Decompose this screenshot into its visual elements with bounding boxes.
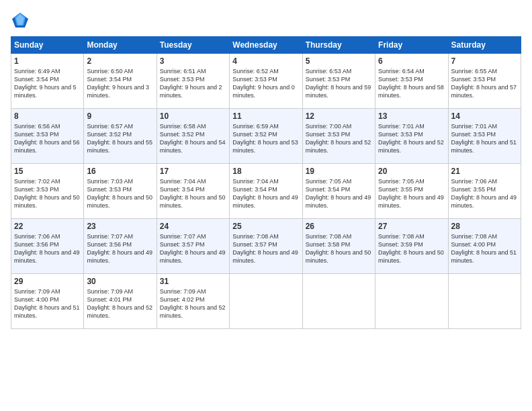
- calendar-cell: 17 Sunrise: 7:04 AMSunset: 3:54 PMDaylig…: [157, 164, 229, 219]
- calendar-week-2: 8 Sunrise: 6:56 AMSunset: 3:53 PMDayligh…: [11, 109, 521, 164]
- cell-content: Sunrise: 7:07 AMSunset: 3:57 PMDaylight:…: [160, 232, 226, 265]
- day-number: 10: [160, 111, 226, 121]
- day-number: 25: [232, 222, 299, 231]
- calendar-cell: 15 Sunrise: 7:02 AMSunset: 3:53 PMDaylig…: [11, 164, 84, 219]
- day-number: 19: [306, 167, 372, 176]
- cell-content: Sunrise: 6:50 AMSunset: 3:54 PMDaylight:…: [87, 67, 153, 100]
- calendar-cell: 13 Sunrise: 7:01 AMSunset: 3:53 PMDaylig…: [375, 109, 448, 164]
- cell-content: Sunrise: 6:56 AMSunset: 3:53 PMDaylight:…: [14, 122, 81, 155]
- cell-content: Sunrise: 7:04 AMSunset: 3:54 PMDaylight:…: [232, 177, 299, 210]
- col-sunday: Sunday: [11, 37, 84, 54]
- day-number: 15: [14, 167, 81, 176]
- calendar-cell: 25 Sunrise: 7:08 AMSunset: 3:57 PMDaylig…: [230, 219, 302, 274]
- calendar-cell: 4 Sunrise: 6:52 AMSunset: 3:53 PMDayligh…: [230, 54, 302, 109]
- calendar-cell: 27 Sunrise: 7:08 AMSunset: 3:59 PMDaylig…: [375, 219, 448, 274]
- day-number: 24: [160, 222, 226, 231]
- day-number: 16: [87, 167, 153, 176]
- cell-content: Sunrise: 7:05 AMSunset: 3:55 PMDaylight:…: [378, 177, 445, 210]
- calendar-cell: 3 Sunrise: 6:51 AMSunset: 3:53 PMDayligh…: [157, 54, 229, 109]
- cell-content: Sunrise: 7:02 AMSunset: 3:53 PMDaylight:…: [14, 177, 81, 210]
- day-number: 5: [306, 56, 372, 66]
- day-number: 11: [232, 111, 299, 121]
- calendar-cell: 22 Sunrise: 7:06 AMSunset: 3:56 PMDaylig…: [11, 219, 84, 274]
- calendar-cell: 8 Sunrise: 6:56 AMSunset: 3:53 PMDayligh…: [11, 109, 84, 164]
- day-number: 21: [451, 167, 518, 176]
- cell-content: Sunrise: 7:06 AMSunset: 3:55 PMDaylight:…: [451, 177, 518, 210]
- calendar-cell: 7 Sunrise: 6:55 AMSunset: 3:53 PMDayligh…: [448, 54, 521, 109]
- calendar-cell: 29 Sunrise: 7:09 AMSunset: 4:00 PMDaylig…: [11, 274, 84, 329]
- day-number: 3: [160, 56, 226, 66]
- calendar-cell: 1 Sunrise: 6:49 AMSunset: 3:54 PMDayligh…: [11, 54, 84, 109]
- cell-content: Sunrise: 6:53 AMSunset: 3:53 PMDaylight:…: [306, 67, 372, 100]
- calendar-cell: [230, 274, 302, 329]
- cell-content: Sunrise: 7:00 AMSunset: 3:53 PMDaylight:…: [306, 122, 372, 155]
- calendar-cell: 28 Sunrise: 7:08 AMSunset: 4:00 PMDaylig…: [448, 219, 521, 274]
- day-number: 30: [87, 277, 153, 286]
- col-wednesday: Wednesday: [230, 37, 302, 54]
- header: [11, 11, 521, 30]
- day-number: 2: [87, 56, 153, 66]
- cell-content: Sunrise: 6:59 AMSunset: 3:52 PMDaylight:…: [232, 122, 299, 155]
- day-number: 20: [378, 167, 445, 176]
- col-monday: Monday: [84, 37, 157, 54]
- calendar-cell: 19 Sunrise: 7:05 AMSunset: 3:54 PMDaylig…: [302, 164, 375, 219]
- day-number: 9: [87, 111, 153, 121]
- calendar-week-1: 1 Sunrise: 6:49 AMSunset: 3:54 PMDayligh…: [11, 54, 521, 109]
- calendar-week-5: 29 Sunrise: 7:09 AMSunset: 4:00 PMDaylig…: [11, 274, 521, 329]
- day-number: 12: [306, 111, 372, 121]
- day-number: 28: [451, 222, 518, 231]
- day-number: 17: [160, 167, 226, 176]
- cell-content: Sunrise: 7:08 AMSunset: 3:59 PMDaylight:…: [378, 232, 445, 265]
- cell-content: Sunrise: 7:09 AMSunset: 4:01 PMDaylight:…: [87, 287, 153, 320]
- calendar-cell: [302, 274, 375, 329]
- calendar-cell: 23 Sunrise: 7:07 AMSunset: 3:56 PMDaylig…: [84, 219, 157, 274]
- logo: [11, 11, 32, 30]
- calendar-week-3: 15 Sunrise: 7:02 AMSunset: 3:53 PMDaylig…: [11, 164, 521, 219]
- cell-content: Sunrise: 7:01 AMSunset: 3:53 PMDaylight:…: [451, 122, 518, 155]
- day-number: 1: [14, 56, 81, 66]
- cell-content: Sunrise: 6:55 AMSunset: 3:53 PMDaylight:…: [451, 67, 518, 100]
- calendar-week-4: 22 Sunrise: 7:06 AMSunset: 3:56 PMDaylig…: [11, 219, 521, 274]
- calendar-cell: 31 Sunrise: 7:09 AMSunset: 4:02 PMDaylig…: [157, 274, 229, 329]
- calendar-cell: 5 Sunrise: 6:53 AMSunset: 3:53 PMDayligh…: [302, 54, 375, 109]
- cell-content: Sunrise: 6:49 AMSunset: 3:54 PMDaylight:…: [14, 67, 81, 100]
- calendar-cell: 14 Sunrise: 7:01 AMSunset: 3:53 PMDaylig…: [448, 109, 521, 164]
- cell-content: Sunrise: 7:06 AMSunset: 3:56 PMDaylight:…: [14, 232, 81, 265]
- day-number: 14: [451, 111, 518, 121]
- cell-content: Sunrise: 7:08 AMSunset: 3:58 PMDaylight:…: [306, 232, 372, 265]
- logo-icon: [11, 11, 30, 30]
- col-thursday: Thursday: [302, 37, 375, 54]
- col-friday: Friday: [375, 37, 448, 54]
- calendar-cell: [375, 274, 448, 329]
- cell-content: Sunrise: 6:52 AMSunset: 3:53 PMDaylight:…: [232, 67, 299, 100]
- calendar-cell: 21 Sunrise: 7:06 AMSunset: 3:55 PMDaylig…: [448, 164, 521, 219]
- calendar-cell: 12 Sunrise: 7:00 AMSunset: 3:53 PMDaylig…: [302, 109, 375, 164]
- day-number: 7: [451, 56, 518, 66]
- calendar-cell: 10 Sunrise: 6:58 AMSunset: 3:52 PMDaylig…: [157, 109, 229, 164]
- col-tuesday: Tuesday: [157, 37, 229, 54]
- calendar-cell: [448, 274, 521, 329]
- day-number: 18: [232, 167, 299, 176]
- day-number: 8: [14, 111, 81, 121]
- cell-content: Sunrise: 7:05 AMSunset: 3:54 PMDaylight:…: [306, 177, 372, 210]
- day-number: 4: [232, 56, 299, 66]
- calendar-header-row: Sunday Monday Tuesday Wednesday Thursday…: [11, 37, 521, 54]
- calendar-cell: 26 Sunrise: 7:08 AMSunset: 3:58 PMDaylig…: [302, 219, 375, 274]
- day-number: 22: [14, 222, 81, 231]
- calendar-cell: 20 Sunrise: 7:05 AMSunset: 3:55 PMDaylig…: [375, 164, 448, 219]
- cell-content: Sunrise: 7:03 AMSunset: 3:53 PMDaylight:…: [87, 177, 153, 210]
- day-number: 6: [378, 56, 445, 66]
- day-number: 23: [87, 222, 153, 231]
- cell-content: Sunrise: 7:09 AMSunset: 4:00 PMDaylight:…: [14, 287, 81, 320]
- calendar-cell: 30 Sunrise: 7:09 AMSunset: 4:01 PMDaylig…: [84, 274, 157, 329]
- day-number: 13: [378, 111, 445, 121]
- calendar-cell: 6 Sunrise: 6:54 AMSunset: 3:53 PMDayligh…: [375, 54, 448, 109]
- cell-content: Sunrise: 7:08 AMSunset: 4:00 PMDaylight:…: [451, 232, 518, 265]
- cell-content: Sunrise: 6:54 AMSunset: 3:53 PMDaylight:…: [378, 67, 445, 100]
- cell-content: Sunrise: 7:07 AMSunset: 3:56 PMDaylight:…: [87, 232, 153, 265]
- page: Sunday Monday Tuesday Wednesday Thursday…: [0, 0, 532, 411]
- calendar-cell: 24 Sunrise: 7:07 AMSunset: 3:57 PMDaylig…: [157, 219, 229, 274]
- col-saturday: Saturday: [448, 37, 521, 54]
- calendar-cell: 18 Sunrise: 7:04 AMSunset: 3:54 PMDaylig…: [230, 164, 302, 219]
- cell-content: Sunrise: 6:57 AMSunset: 3:52 PMDaylight:…: [87, 122, 153, 155]
